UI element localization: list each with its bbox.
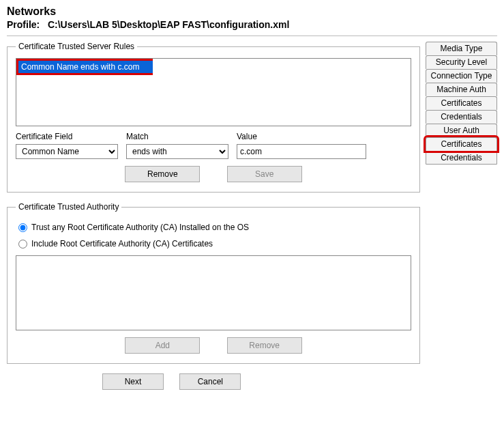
tab-credentials-8[interactable]: Credentials (426, 151, 497, 165)
rules-list[interactable]: Common Name ends with c.com (16, 58, 411, 126)
cancel-button[interactable]: Cancel (179, 373, 241, 390)
authority-legend: Certificate Trusted Authority (16, 202, 121, 212)
remove-cert-button[interactable]: Remove (227, 337, 302, 354)
tab-media-type-0[interactable]: Media Type (426, 42, 497, 55)
divider (7, 36, 497, 36)
cert-field-select[interactable]: Common Name (16, 144, 118, 159)
save-rule-button[interactable]: Save (227, 166, 302, 182)
trusted-authority-group: Certificate Trusted Authority Trust any … (7, 202, 420, 364)
tab-credentials-5[interactable]: Credentials (426, 110, 497, 124)
trust-any-ca-label: Trust any Root Certificate Authority (CA… (31, 223, 249, 232)
next-button[interactable]: Next (102, 373, 164, 390)
tab-certificates-4[interactable]: Certificates (426, 96, 497, 110)
tab-certificates-7[interactable]: Certificates (426, 137, 497, 151)
profile-line: Profile: C:\Users\LAB 5\Desktop\EAP FAST… (7, 19, 497, 30)
remove-rule-button[interactable]: Remove (125, 166, 200, 182)
match-label: Match (126, 132, 228, 141)
cert-field-label: Certificate Field (16, 132, 118, 141)
include-ca-radio[interactable] (18, 240, 27, 248)
tab-machine-auth-3[interactable]: Machine Auth (426, 83, 497, 96)
trust-any-ca-radio[interactable] (18, 223, 27, 232)
rules-list-item[interactable]: Common Name ends with c.com (16, 59, 153, 75)
side-tabs: Media TypeSecurity LevelConnection TypeM… (426, 42, 497, 165)
value-input[interactable] (237, 144, 366, 159)
trusted-server-rules-group: Certificate Trusted Server Rules Common … (7, 42, 420, 193)
ca-certificates-list[interactable] (16, 255, 411, 330)
rules-legend: Certificate Trusted Server Rules (16, 42, 137, 51)
profile-label: Profile: (7, 19, 40, 30)
match-select[interactable]: ends with (126, 144, 228, 159)
page-title: Networks (7, 5, 497, 18)
tab-user-auth-6[interactable]: User Auth (426, 124, 497, 137)
add-cert-button[interactable]: Add (125, 337, 200, 354)
value-label: Value (237, 132, 366, 141)
profile-path: C:\Users\LAB 5\Desktop\EAP FAST\configur… (48, 19, 289, 30)
tab-connection-type-2[interactable]: Connection Type (426, 69, 497, 83)
tab-security-level-1[interactable]: Security Level (426, 55, 497, 69)
include-ca-label: Include Root Certificate Authority (CA) … (31, 239, 213, 248)
